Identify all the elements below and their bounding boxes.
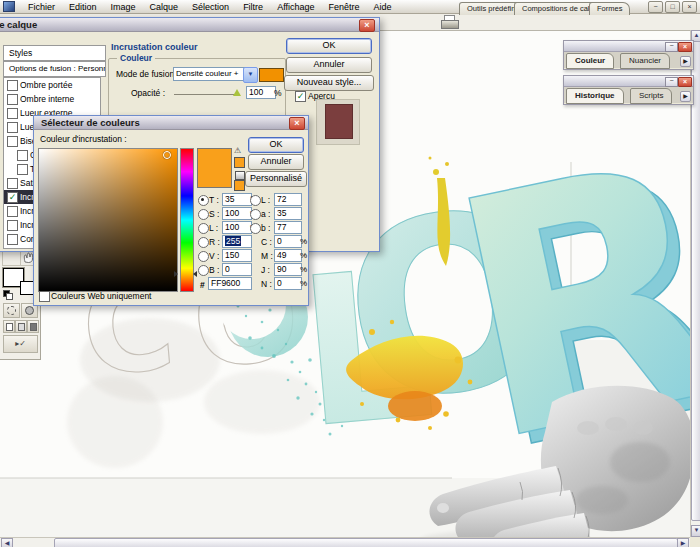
blend-options-header[interactable]: Options de fusion : Personnalisées (3, 61, 106, 77)
checkbox[interactable] (7, 206, 18, 217)
black-field[interactable]: 0 (274, 277, 302, 290)
tab-formes[interactable]: Formes (589, 2, 630, 15)
checkbox-checked[interactable]: ✓ (7, 192, 18, 203)
fullscreen-menu-button[interactable] (15, 320, 27, 333)
blue-field[interactable]: 0 (222, 263, 252, 276)
vertical-scrollbar[interactable]: ▲ ▼ (690, 30, 700, 537)
magenta-field[interactable]: 49 (274, 249, 302, 262)
fullscreen-button[interactable] (27, 320, 39, 333)
checkbox[interactable] (17, 164, 28, 175)
tab-nuancier[interactable]: Nuancier (620, 53, 670, 69)
close-icon[interactable]: × (678, 77, 692, 87)
tab-historique[interactable]: Historique (566, 88, 624, 104)
blend-mode-select[interactable]: Densité couleur + (173, 67, 247, 81)
checkbox-checked[interactable]: ✓ (295, 91, 306, 102)
minimize-icon[interactable]: − (648, 1, 663, 13)
hex-field[interactable]: FF9600 (208, 277, 252, 290)
vertical-scroll-thumb[interactable] (691, 41, 700, 521)
standard-screen-button[interactable] (3, 320, 15, 333)
lab-b-field[interactable]: 77 (274, 221, 302, 234)
radio-blue[interactable] (198, 265, 209, 276)
checkbox[interactable] (17, 150, 28, 161)
list-item[interactable]: Ombre interne (4, 92, 100, 106)
close-icon[interactable]: × (682, 1, 697, 13)
saturation-brightness-field[interactable] (38, 148, 178, 292)
radio-lab-a[interactable] (250, 209, 261, 220)
radio-brightness[interactable] (198, 223, 209, 234)
menu-affichage[interactable]: Affichage (270, 2, 321, 12)
cancel-button[interactable]: Annuler (286, 57, 372, 73)
cyan-field[interactable]: 0 (274, 235, 302, 248)
panel-menu-icon[interactable]: ▶ (680, 91, 691, 102)
radio-green[interactable] (198, 251, 209, 262)
menu-fenetre[interactable]: Fenêtre (322, 2, 367, 12)
saturation-field[interactable]: 100 (222, 207, 252, 220)
overlay-color-swatch[interactable] (259, 68, 284, 82)
panel-menu-icon[interactable]: ▶ (680, 56, 691, 67)
tab-couleur[interactable]: Couleur (566, 53, 614, 69)
menu-filtre[interactable]: Filtre (236, 2, 270, 12)
yellow-field[interactable]: 90 (274, 263, 302, 276)
list-item[interactable]: Ombre portée (4, 78, 100, 92)
dialog-title-bar[interactable]: Sélecteur de couleurs × (34, 116, 308, 130)
checkbox[interactable] (7, 136, 18, 147)
opacity-field[interactable]: 100 (246, 86, 276, 99)
styles-header[interactable]: Styles (3, 45, 106, 61)
hue-field[interactable]: 35 (222, 193, 252, 206)
dialog-title-bar[interactable]: Style de calque × (0, 18, 379, 32)
default-colors-icon[interactable] (3, 290, 12, 298)
radio-lab-b[interactable] (250, 223, 261, 234)
tab-scripts[interactable]: Scripts (630, 88, 672, 104)
web-colors-checkbox[interactable] (39, 291, 50, 302)
opacity-slider-handle[interactable] (233, 89, 241, 96)
scroll-right-icon[interactable]: ▶ (677, 538, 689, 547)
menu-calque[interactable]: Calque (143, 2, 186, 12)
close-icon[interactable]: × (678, 42, 692, 52)
gamut-safe-swatch[interactable] (234, 157, 245, 168)
menu-selection[interactable]: Sélection (185, 2, 236, 12)
chevron-down-icon[interactable]: ▼ (243, 67, 258, 83)
checkbox[interactable] (7, 220, 18, 231)
checkbox[interactable] (7, 94, 18, 105)
hue-slider[interactable] (180, 148, 194, 292)
palette-title-bar[interactable]: − × (564, 76, 693, 87)
radio-hue[interactable] (198, 195, 209, 206)
ok-button[interactable]: OK (286, 38, 372, 54)
restore-icon[interactable]: □ (665, 1, 680, 13)
checkbox[interactable] (7, 122, 18, 133)
imageready-button[interactable]: ▸✓ (3, 335, 38, 353)
cancel-button[interactable]: Annuler (248, 154, 304, 170)
horizontal-scrollbar[interactable]: ◀ ▶ (0, 537, 690, 547)
menu-image[interactable]: Image (104, 2, 143, 12)
opacity-slider[interactable] (174, 94, 238, 95)
lab-a-field[interactable]: 35 (274, 207, 302, 220)
menu-fichier[interactable]: Fichier (21, 2, 62, 12)
close-icon[interactable]: × (359, 19, 375, 32)
green-field[interactable]: 150 (222, 249, 252, 262)
custom-button[interactable]: Personnalisé (245, 171, 307, 187)
checkbox[interactable] (7, 178, 18, 189)
ok-button[interactable]: OK (248, 137, 304, 153)
new-style-button[interactable]: Nouveau style... (284, 75, 374, 91)
checkbox[interactable] (7, 234, 18, 245)
scroll-down-icon[interactable]: ▼ (691, 525, 700, 537)
lab-l-field[interactable]: 72 (274, 193, 302, 206)
palette-title-bar[interactable]: − × (564, 41, 693, 52)
hue-marker-left[interactable] (174, 271, 178, 277)
web-safe-swatch[interactable] (234, 180, 245, 191)
print-icon[interactable] (441, 15, 457, 28)
brightness-field[interactable]: 100 (222, 221, 252, 234)
standard-mode-button[interactable] (3, 303, 20, 318)
red-field[interactable]: 255 (222, 235, 252, 248)
radio-lab-l[interactable] (250, 195, 261, 206)
radio-saturation[interactable] (198, 209, 209, 220)
checkbox[interactable] (7, 80, 18, 91)
checkbox[interactable] (7, 108, 18, 119)
radio-red[interactable] (198, 237, 209, 248)
minimize-icon[interactable]: − (665, 42, 678, 52)
scroll-left-icon[interactable]: ◀ (1, 538, 13, 547)
menu-edition[interactable]: Edition (62, 2, 104, 12)
minimize-icon[interactable]: − (665, 77, 678, 87)
color-field-marker[interactable] (163, 151, 171, 159)
close-icon[interactable]: × (289, 117, 305, 130)
